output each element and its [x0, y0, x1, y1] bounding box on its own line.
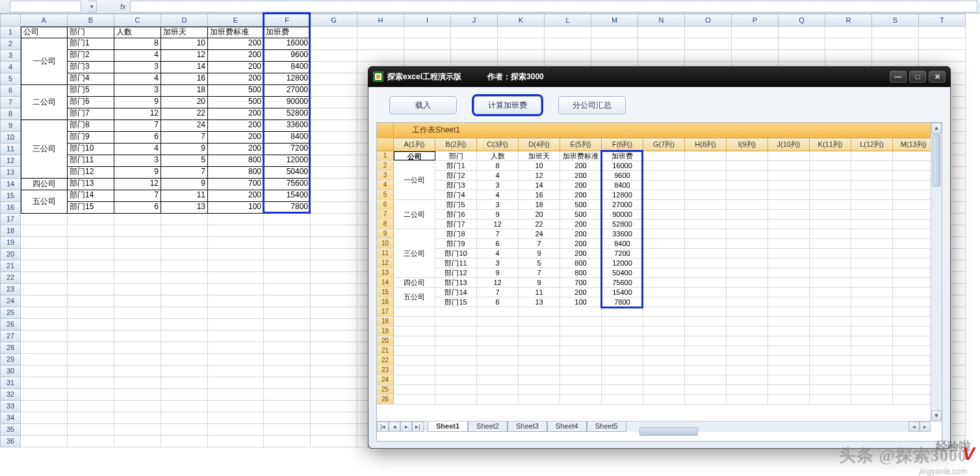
cell-G21[interactable] [311, 260, 357, 272]
dlg-cell-8-3[interactable]: 22 [519, 219, 560, 229]
cell-C29[interactable] [114, 354, 161, 366]
cell-G33[interactable] [311, 401, 357, 412]
cell-E28[interactable] [208, 342, 264, 354]
cell-C24[interactable] [114, 295, 161, 307]
dlg-cell-24-8[interactable] [727, 375, 768, 384]
dlg-cell-11-3[interactable]: 9 [519, 249, 560, 258]
col-header-O[interactable]: O [685, 14, 732, 27]
dlg-cell-1-3[interactable]: 加班天 [519, 151, 560, 160]
dlg-cell-16-8[interactable] [727, 297, 768, 307]
dlg-cell-25-3[interactable] [519, 385, 560, 394]
dlg-cell-18-0[interactable] [394, 317, 435, 326]
dlg-cell-20-3[interactable] [519, 336, 560, 345]
scroll-thumb-h[interactable] [639, 427, 698, 436]
cell-S1[interactable] [872, 27, 919, 38]
cell-D5[interactable]: 16 [161, 73, 208, 85]
dlg-cell-9-9[interactable] [768, 229, 810, 238]
dlg-cell-10-1[interactable]: 部门9 [435, 239, 477, 248]
dlg-cell-23-7[interactable] [685, 366, 727, 375]
cell-K2[interactable] [498, 38, 545, 50]
dlg-cell-20-11[interactable] [851, 336, 893, 345]
cell-C18[interactable] [114, 225, 161, 237]
scroll-thumb-v[interactable] [933, 134, 940, 186]
cell-D20[interactable] [161, 249, 208, 260]
dlg-cell-20-4[interactable] [560, 336, 602, 345]
dlg-merge-二公司[interactable]: 二公司 [394, 200, 435, 229]
dlg-row-header-11[interactable]: 11 [377, 249, 394, 258]
cell-C14[interactable]: 12 [114, 179, 161, 190]
dlg-cell-2-9[interactable] [768, 161, 810, 170]
row-header-7[interactable]: 7 [0, 97, 21, 108]
cell-E13[interactable]: 800 [208, 167, 264, 179]
dlg-cell-18-6[interactable] [643, 317, 685, 326]
dlg-cell-18-8[interactable] [727, 317, 768, 326]
dlg-cell-5-9[interactable] [768, 190, 810, 199]
minimize-button[interactable]: — [890, 71, 907, 82]
cell-G6[interactable] [311, 85, 357, 97]
cell-D4[interactable]: 14 [161, 62, 208, 73]
cell-G26[interactable] [311, 319, 357, 331]
col-header-E[interactable]: E [208, 14, 264, 27]
dlg-cell-26-1[interactable] [435, 395, 477, 404]
dlg-cell-11-4[interactable]: 200 [560, 249, 602, 258]
dlg-cell-13-5[interactable]: 50400 [602, 268, 643, 277]
cell-B16[interactable]: 部门15 [68, 202, 114, 214]
row-header-29[interactable]: 29 [0, 354, 21, 366]
cell-N3[interactable] [638, 50, 685, 62]
dlg-cell-9-4[interactable]: 200 [560, 229, 602, 238]
cell-S2[interactable] [872, 38, 919, 50]
dlg-cell-8-5[interactable]: 52800 [602, 219, 643, 229]
cell-C8[interactable]: 12 [114, 108, 161, 120]
col-header-T[interactable]: T [919, 14, 966, 27]
cell-C2[interactable]: 8 [114, 38, 161, 50]
cell-B20[interactable] [68, 249, 114, 260]
row-header-27[interactable]: 27 [0, 331, 21, 342]
dlg-cell-1-4[interactable]: 加班费标准 [560, 151, 602, 160]
cell-I1[interactable] [404, 27, 451, 38]
cell-R1[interactable] [825, 27, 872, 38]
cell-N1[interactable] [638, 27, 685, 38]
row-header-35[interactable]: 35 [0, 424, 21, 436]
dlg-cell-15-7[interactable] [685, 288, 727, 297]
dlg-col-header-4[interactable]: E(5列) [560, 138, 602, 151]
dlg-cell-6-3[interactable]: 18 [519, 200, 560, 209]
cell-K1[interactable] [498, 27, 545, 38]
dlg-cell-7-6[interactable] [643, 210, 685, 219]
cell-B30[interactable] [68, 366, 114, 377]
dlg-row-header-22[interactable]: 22 [377, 356, 394, 365]
dlg-cell-14-6[interactable] [643, 278, 685, 287]
dlg-row-header-18[interactable]: 18 [377, 317, 394, 326]
scroll-up-icon[interactable]: ▲ [931, 123, 942, 134]
cell-G10[interactable] [311, 132, 357, 144]
cell-C19[interactable] [114, 237, 161, 249]
row-header-31[interactable]: 31 [0, 377, 21, 389]
dlg-cell-14-4[interactable]: 700 [560, 278, 602, 287]
cell-D22[interactable] [161, 272, 208, 284]
sheet-tab-Sheet3[interactable]: Sheet3 [508, 421, 547, 432]
dlg-cell-10-6[interactable] [643, 239, 685, 248]
dlg-cell-4-5[interactable]: 8400 [602, 181, 643, 190]
dlg-cell-6-10[interactable] [810, 200, 851, 209]
dlg-cell-3-3[interactable]: 12 [519, 171, 560, 180]
dlg-cell-16-12[interactable] [893, 297, 935, 307]
dlg-cell-8-9[interactable] [768, 219, 810, 229]
formula-input[interactable] [130, 1, 977, 12]
cell-B28[interactable] [68, 342, 114, 354]
cell-F35[interactable] [264, 424, 311, 436]
cell-D1[interactable]: 加班天 [161, 27, 208, 38]
cell-A20[interactable] [21, 249, 68, 260]
cell-B2[interactable]: 部门1 [68, 38, 114, 50]
dlg-cell-24-1[interactable] [435, 375, 477, 384]
dlg-cell-19-12[interactable] [893, 327, 935, 336]
dlg-cell-18-4[interactable] [560, 317, 602, 326]
dlg-row-header-4[interactable]: 4 [377, 181, 394, 190]
row-header-14[interactable]: 14 [0, 179, 21, 190]
dlg-cell-25-8[interactable] [727, 385, 768, 394]
dlg-cell-23-8[interactable] [727, 366, 768, 375]
dlg-cell-20-5[interactable] [602, 336, 643, 345]
cell-N2[interactable] [638, 38, 685, 50]
cell-E26[interactable] [208, 319, 264, 331]
cell-F18[interactable] [264, 225, 311, 237]
dlg-cell-22-7[interactable] [685, 356, 727, 365]
dlg-cell-22-2[interactable] [477, 356, 519, 365]
